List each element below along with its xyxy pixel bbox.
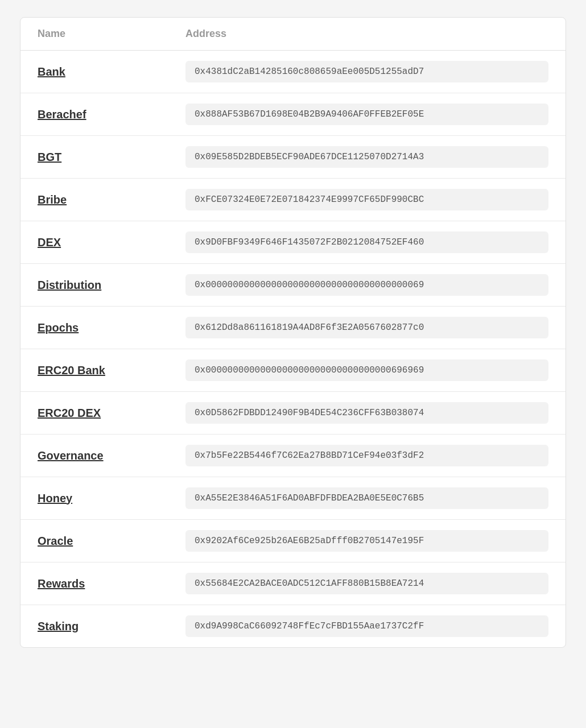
contract-address: 0x612Dd8a861161819A4AD8F6f3E2A0567602877…	[185, 317, 548, 338]
table-row: ERC20 DEX0x0D5862FDBDD12490F9B4DE54C236C…	[20, 392, 566, 435]
table-row: Bribe0xFCE07324E0E72E071842374E9997CF65D…	[20, 179, 566, 221]
contract-address: 0x4381dC2aB14285160c808659aEe005D51255ad…	[185, 61, 548, 82]
table-row: Bank0x4381dC2aB14285160c808659aEe005D512…	[20, 51, 566, 93]
table-row: DEX0x9D0FBF9349F646F1435072F2B0212084752…	[20, 221, 566, 264]
contract-name[interactable]: Oracle	[38, 535, 185, 548]
table-row: Oracle0x9202Af6Ce925b26AE6B25aDfff0B2705…	[20, 520, 566, 562]
contract-name[interactable]: Rewards	[38, 577, 185, 590]
contract-name[interactable]: Bribe	[38, 193, 185, 206]
contract-name[interactable]: Distribution	[38, 279, 185, 292]
table-row: BGT0x09E585D2BDEB5ECF90ADE67DCE1125070D2…	[20, 136, 566, 179]
contract-address: 0xFCE07324E0E72E071842374E9997CF65DF990C…	[185, 189, 548, 210]
contract-name[interactable]: Governance	[38, 449, 185, 462]
table-row: ERC20 Bank0x0000000000000000000000000000…	[20, 349, 566, 392]
table-row: Staking0xd9A998CaC66092748FfEc7cFBD155Aa…	[20, 605, 566, 647]
contract-name[interactable]: Bank	[38, 65, 185, 78]
table-row: Berachef0x888AF53B67D1698E04B2B9A9406AF0…	[20, 93, 566, 136]
contract-name[interactable]: BGT	[38, 151, 185, 164]
contract-name[interactable]: Honey	[38, 492, 185, 505]
contract-address: 0xA55E2E3846A51F6AD0ABFDFBDEA2BA0E5E0C76…	[185, 487, 548, 509]
contract-address: 0x7b5Fe22B5446f7C62Ea27B8BD71CeF94e03f3d…	[185, 445, 548, 466]
table-row: Rewards0x55684E2CA2BACE0ADC512C1AFF880B1…	[20, 562, 566, 605]
contract-address: 0x55684E2CA2BACE0ADC512C1AFF880B15B8EA72…	[185, 573, 548, 594]
table-row: Governance0x7b5Fe22B5446f7C62Ea27B8BD71C…	[20, 435, 566, 477]
contracts-table: Name Address Bank0x4381dC2aB14285160c808…	[20, 17, 566, 648]
contract-name[interactable]: DEX	[38, 236, 185, 249]
contract-address: 0x09E585D2BDEB5ECF90ADE67DCE1125070D2714…	[185, 146, 548, 168]
contract-name[interactable]: ERC20 Bank	[38, 364, 185, 377]
contract-address: 0x00000000000000000000000000000000000000…	[185, 274, 548, 296]
table-row: Distribution0x00000000000000000000000000…	[20, 264, 566, 307]
contract-address: 0x888AF53B67D1698E04B2B9A9406AF0FFEB2EF0…	[185, 104, 548, 125]
table-header: Name Address	[20, 18, 566, 51]
table-body: Bank0x4381dC2aB14285160c808659aEe005D512…	[20, 51, 566, 647]
contract-name[interactable]: Epochs	[38, 321, 185, 334]
contract-name[interactable]: ERC20 DEX	[38, 407, 185, 420]
contract-address: 0x00000000000000000000000000000000006969…	[185, 359, 548, 381]
table-row: Epochs0x612Dd8a861161819A4AD8F6f3E2A0567…	[20, 307, 566, 349]
contract-address: 0x9202Af6Ce925b26AE6B25aDfff0B2705147e19…	[185, 530, 548, 552]
contract-address: 0x9D0FBF9349F646F1435072F2B0212084752EF4…	[185, 231, 548, 253]
contract-name[interactable]: Staking	[38, 620, 185, 633]
contract-name[interactable]: Berachef	[38, 108, 185, 121]
name-column-header: Name	[38, 28, 185, 40]
contract-address: 0x0D5862FDBDD12490F9B4DE54C236CFF63B0380…	[185, 402, 548, 424]
address-column-header: Address	[185, 28, 548, 40]
table-row: Honey0xA55E2E3846A51F6AD0ABFDFBDEA2BA0E5…	[20, 477, 566, 520]
contract-address: 0xd9A998CaC66092748FfEc7cFBD155Aae1737C2…	[185, 615, 548, 637]
